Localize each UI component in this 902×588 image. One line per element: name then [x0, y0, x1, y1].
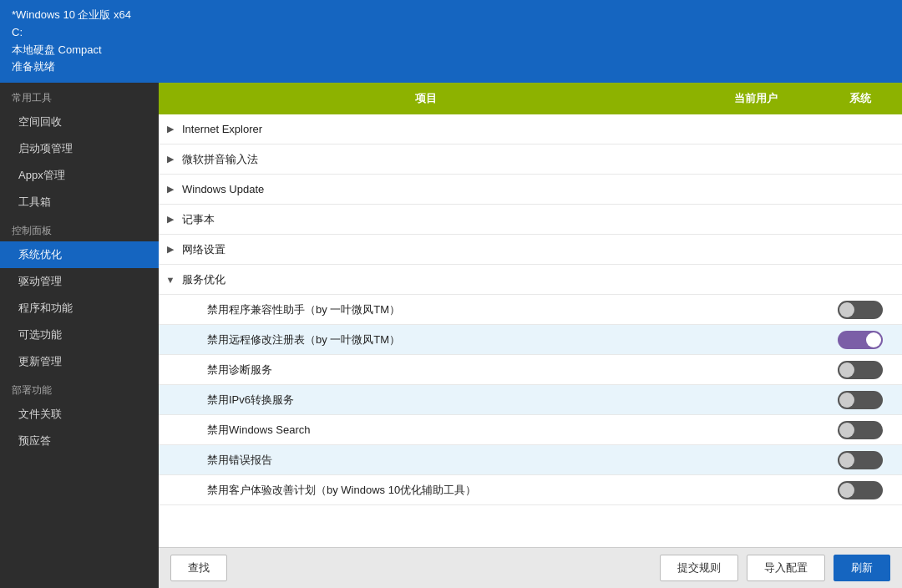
table-row: 禁用错误报告 — [159, 445, 902, 475]
toggle-customer-exp[interactable] — [838, 481, 883, 499]
toggle-knob — [839, 362, 854, 378]
item-label-compat-assist: 禁用程序兼容性助手（by 一叶微风TM） — [182, 299, 693, 321]
toggle-knob — [839, 423, 854, 438]
table-body[interactable]: ▶Internet Explorer▶微软拼音输入法▶Windows Updat… — [159, 114, 902, 547]
table-row[interactable]: ▼服务优化 — [159, 265, 902, 295]
main-layout: 常用工具空间回收启动项管理Appx管理工具箱控制面板系统优化驱动管理程序和功能可… — [0, 83, 902, 588]
sidebar-item-appx-manage[interactable]: Appx管理 — [0, 162, 159, 189]
th-item: 项目 — [159, 91, 693, 106]
th-system: 系统 — [818, 91, 902, 106]
item-label-error-report: 禁用错误报告 — [182, 449, 693, 471]
os-info-line4: 准备就绪 — [12, 58, 890, 76]
bottom-bar: 查找 提交规则 导入配置 刷新 — [159, 547, 902, 588]
table-row: 禁用客户体验改善计划（by Windows 10优化辅助工具） — [159, 475, 902, 505]
sidebar-item-file-assoc[interactable]: 文件关联 — [0, 401, 159, 428]
group-label-ie: Internet Explorer — [182, 119, 693, 139]
table-row[interactable]: ▶Internet Explorer — [159, 114, 902, 144]
expand-icon[interactable]: ▶ — [159, 124, 182, 134]
collapse-icon[interactable]: ▼ — [159, 275, 182, 285]
table-row: 禁用远程修改注册表（by 一叶微风TM） — [159, 325, 902, 355]
group-label-network-settings: 网络设置 — [182, 239, 693, 261]
toggle-knob — [866, 332, 881, 347]
toggle-remote-registry[interactable] — [838, 331, 883, 349]
os-info-line3: 本地硬盘 Compact — [12, 42, 890, 59]
sidebar-item-space-reclaim[interactable]: 空间回收 — [0, 109, 159, 135]
top-bar: *Windows 10 企业版 x64 C: 本地硬盘 Compact 准备就绪 — [0, 0, 902, 83]
toggle-compat-assist[interactable] — [838, 301, 883, 319]
group-label-notepad: 记事本 — [182, 209, 693, 231]
expand-icon[interactable]: ▶ — [159, 154, 182, 165]
sidebar-item-system-optimize[interactable]: 系统优化 — [0, 241, 159, 268]
table-row[interactable]: ▶微软拼音输入法 — [159, 144, 902, 175]
table-row: 禁用Windows Search — [159, 415, 902, 445]
toggle-error-report[interactable] — [838, 451, 883, 469]
system-cell[interactable] — [818, 331, 902, 349]
table-row[interactable]: ▶记事本 — [159, 205, 902, 235]
os-info-line2: C: — [12, 24, 890, 42]
search-button[interactable]: 查找 — [170, 555, 227, 581]
refresh-button[interactable]: 刷新 — [834, 555, 890, 581]
toggle-win-search[interactable] — [838, 421, 883, 439]
system-cell[interactable] — [818, 421, 902, 439]
sidebar-item-driver-manage[interactable]: 驱动管理 — [0, 268, 159, 295]
table-row: 禁用诊断服务 — [159, 355, 902, 385]
sidebar-item-programs-features[interactable]: 程序和功能 — [0, 295, 159, 322]
content-area: 项目 当前用户 系统 ▶Internet Explorer▶微软拼音输入法▶Wi… — [159, 83, 902, 588]
item-label-customer-exp: 禁用客户体验改善计划（by Windows 10优化辅助工具） — [182, 479, 693, 501]
sidebar-item-update-manage[interactable]: 更新管理 — [0, 348, 159, 375]
group-label-windows-update: Windows Update — [182, 180, 693, 199]
table-row[interactable]: ▶网络设置 — [159, 235, 902, 265]
table-header: 项目 当前用户 系统 — [159, 83, 902, 114]
system-cell[interactable] — [818, 301, 902, 319]
toggle-knob — [839, 393, 854, 408]
expand-icon[interactable]: ▶ — [159, 244, 182, 255]
sidebar-item-pre-answer[interactable]: 预应答 — [0, 428, 159, 454]
toggle-ipv6-trans[interactable] — [838, 391, 883, 409]
item-label-diag-service: 禁用诊断服务 — [182, 359, 693, 381]
table-row[interactable]: ▶Windows Update — [159, 175, 902, 205]
expand-icon[interactable]: ▶ — [159, 214, 182, 225]
toggle-knob — [839, 453, 854, 468]
sidebar-section-label: 常用工具 — [0, 83, 159, 109]
sidebar-item-toolbox[interactable]: 工具箱 — [0, 189, 159, 215]
toggle-knob — [839, 483, 854, 498]
group-label-service-optimize: 服务优化 — [182, 269, 693, 291]
sidebar: 常用工具空间回收启动项管理Appx管理工具箱控制面板系统优化驱动管理程序和功能可… — [0, 83, 159, 588]
item-label-ipv6-trans: 禁用IPv6转换服务 — [182, 389, 693, 411]
os-info-line1: *Windows 10 企业版 x64 — [12, 7, 890, 24]
th-current-user: 当前用户 — [693, 91, 818, 106]
submit-rule-button[interactable]: 提交规则 — [660, 555, 738, 581]
system-cell[interactable] — [818, 481, 902, 499]
table-row: 禁用IPv6转换服务 — [159, 385, 902, 415]
table-row: 禁用程序兼容性助手（by 一叶微风TM） — [159, 295, 902, 325]
sidebar-item-startup-manage[interactable]: 启动项管理 — [0, 135, 159, 162]
sidebar-item-optional-features[interactable]: 可选功能 — [0, 322, 159, 348]
sidebar-section-label: 部署功能 — [0, 375, 159, 401]
expand-icon[interactable]: ▶ — [159, 184, 182, 195]
system-cell[interactable] — [818, 391, 902, 409]
item-label-win-search: 禁用Windows Search — [182, 419, 693, 441]
sidebar-section-label: 控制面板 — [0, 215, 159, 241]
import-config-button[interactable]: 导入配置 — [747, 555, 825, 581]
system-cell[interactable] — [818, 451, 902, 469]
toggle-knob — [839, 302, 854, 317]
system-cell[interactable] — [818, 361, 902, 379]
toggle-diag-service[interactable] — [838, 361, 883, 379]
item-label-remote-registry: 禁用远程修改注册表（by 一叶微风TM） — [182, 329, 693, 351]
group-label-pinyin: 微软拼音输入法 — [182, 149, 693, 170]
